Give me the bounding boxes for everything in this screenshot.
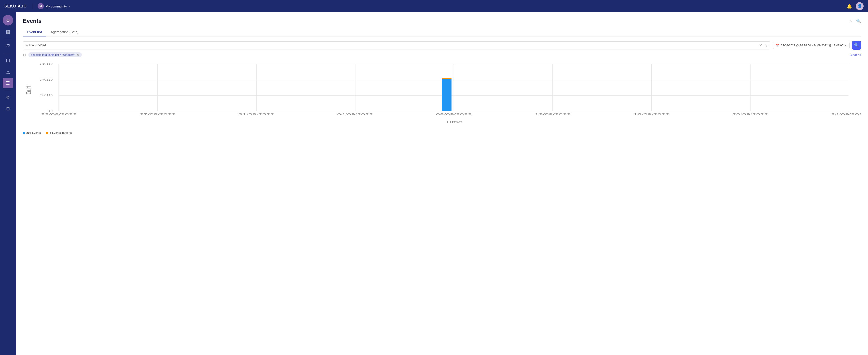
tabs-container: Event list Aggregation (Beta) bbox=[23, 28, 861, 36]
alerts-bar bbox=[442, 78, 452, 79]
navbar: SEKOIA.IO M My community ▾ 🔔 👤 bbox=[0, 0, 868, 12]
search-icon: 🔍 bbox=[854, 43, 859, 48]
svg-text:08/09/2022: 08/09/2022 bbox=[436, 113, 472, 116]
svg-text:04/09/2022: 04/09/2022 bbox=[337, 113, 373, 116]
sidebar-item-table[interactable]: ⊟ bbox=[3, 103, 13, 114]
tab-event-list[interactable]: Event list bbox=[23, 28, 46, 36]
main-layout: ⊙ ▦ 🛡 ◫ △ ☰ ⚙ ⊟ Events ☆ bbox=[0, 12, 868, 355]
sidebar-separator-2 bbox=[4, 53, 11, 53]
events-label: Events bbox=[32, 131, 41, 134]
sidebar-separator-3 bbox=[4, 90, 11, 90]
events-list-icon: ☰ bbox=[6, 80, 10, 86]
favorite-button[interactable]: ☆ bbox=[849, 19, 852, 24]
sidebar-item-shield[interactable]: 🛡 bbox=[3, 41, 13, 51]
svg-text:23/08/2022: 23/08/2022 bbox=[41, 113, 77, 116]
brand-logo: SEKOIA.IO bbox=[4, 4, 27, 8]
search-input-icons: ✕ ☆ bbox=[759, 43, 767, 47]
page-header: Events ☆ 🔍 bbox=[23, 18, 861, 24]
date-chevron-icon: ▾ bbox=[845, 44, 847, 47]
svg-text:Time: Time bbox=[445, 120, 462, 124]
chart-icon: ◫ bbox=[6, 58, 10, 63]
clear-all-button[interactable]: Clear all bbox=[850, 53, 861, 57]
search-input-wrapper: ✕ ☆ bbox=[23, 41, 770, 50]
filter-icon-button[interactable]: ⊟ bbox=[23, 53, 26, 57]
community-selector[interactable]: M My community ▾ bbox=[38, 3, 70, 9]
filters-left: ⊟ sekoiaio.intake.dialect = "windows" ✕ bbox=[23, 52, 82, 57]
events-dot bbox=[23, 132, 25, 134]
events-chart: 300 200 100 0 Count bbox=[23, 62, 861, 128]
save-search-button[interactable]: ☆ bbox=[764, 43, 767, 47]
calendar-icon: 📅 bbox=[776, 44, 779, 47]
notification-bell-icon[interactable]: 🔔 bbox=[847, 3, 852, 9]
events-bar bbox=[442, 79, 452, 111]
alert-triangle-icon: △ bbox=[6, 69, 10, 74]
grid-icon: ▦ bbox=[6, 29, 10, 34]
legend-alerts: 6 Events in Alerts bbox=[46, 131, 72, 134]
alerts-label: Events in Alerts bbox=[52, 131, 72, 134]
clear-search-button[interactable]: ✕ bbox=[759, 43, 762, 47]
sidebar-item-settings[interactable]: ⚙ bbox=[3, 92, 13, 103]
sidebar-item-home[interactable]: ⊙ bbox=[3, 15, 13, 26]
filter-tag-remove-button[interactable]: ✕ bbox=[76, 53, 79, 57]
svg-text:24/09/2022: 24/09/2022 bbox=[831, 113, 861, 116]
search-button[interactable]: 🔍 bbox=[852, 41, 861, 50]
page-header-actions: ☆ 🔍 bbox=[849, 19, 861, 24]
user-avatar[interactable]: 👤 bbox=[856, 2, 864, 10]
legend-events: 204 Events bbox=[23, 131, 41, 134]
filter-tag: sekoiaio.intake.dialect = "windows" ✕ bbox=[28, 52, 82, 57]
alerts-dot bbox=[46, 132, 48, 134]
chart-container: 300 200 100 0 Count bbox=[23, 62, 861, 128]
navbar-divider bbox=[32, 3, 32, 9]
home-icon: ⊙ bbox=[6, 18, 10, 23]
sidebar: ⊙ ▦ 🛡 ◫ △ ☰ ⚙ ⊟ bbox=[0, 12, 16, 355]
search-bar-container: ✕ ☆ 📅 22/08/2022 @ 16:24:00 - 24/09/2022… bbox=[23, 41, 861, 50]
shield-icon: 🛡 bbox=[6, 43, 10, 49]
table-icon: ⊟ bbox=[6, 106, 10, 111]
sidebar-item-dashboard[interactable]: ▦ bbox=[3, 26, 13, 37]
alerts-count: 6 bbox=[50, 131, 51, 134]
community-avatar: M bbox=[38, 3, 44, 9]
date-range-selector[interactable]: 📅 22/08/2022 @ 16:24:00 - 24/09/2022 @ 1… bbox=[773, 42, 849, 49]
sidebar-item-alerts[interactable]: △ bbox=[3, 66, 13, 77]
svg-text:Count: Count bbox=[24, 86, 33, 94]
svg-text:31/08/2022: 31/08/2022 bbox=[238, 113, 274, 116]
filters-row: ⊟ sekoiaio.intake.dialect = "windows" ✕ … bbox=[23, 52, 861, 57]
main-content: Events ☆ 🔍 Event list Aggregation (Beta)… bbox=[16, 12, 868, 355]
svg-text:12/09/2022: 12/09/2022 bbox=[535, 113, 570, 116]
date-range-text: 22/08/2022 @ 16:24:00 - 24/09/2022 @ 12:… bbox=[781, 44, 843, 47]
chevron-down-icon: ▾ bbox=[69, 5, 70, 8]
community-name: My community bbox=[45, 4, 67, 8]
svg-text:0: 0 bbox=[49, 109, 53, 113]
sidebar-item-chart[interactable]: ◫ bbox=[3, 55, 13, 65]
sidebar-item-events[interactable]: ☰ bbox=[3, 78, 13, 88]
svg-text:16/09/2022: 16/09/2022 bbox=[633, 113, 669, 116]
events-count: 204 bbox=[26, 131, 31, 134]
svg-text:20/09/2022: 20/09/2022 bbox=[732, 113, 768, 116]
filter-tag-text: sekoiaio.intake.dialect = "windows" bbox=[31, 53, 75, 57]
svg-text:27/08/2022: 27/08/2022 bbox=[140, 113, 176, 116]
svg-text:100: 100 bbox=[40, 94, 53, 97]
svg-text:300: 300 bbox=[40, 62, 53, 66]
svg-text:200: 200 bbox=[40, 78, 53, 82]
page-search-button[interactable]: 🔍 bbox=[856, 19, 861, 24]
search-input[interactable] bbox=[26, 43, 759, 47]
settings-icon: ⚙ bbox=[6, 95, 10, 100]
page-title: Events bbox=[23, 18, 41, 24]
tab-aggregation[interactable]: Aggregation (Beta) bbox=[46, 28, 83, 36]
chart-legend: 204 Events 6 Events in Alerts bbox=[23, 131, 861, 134]
